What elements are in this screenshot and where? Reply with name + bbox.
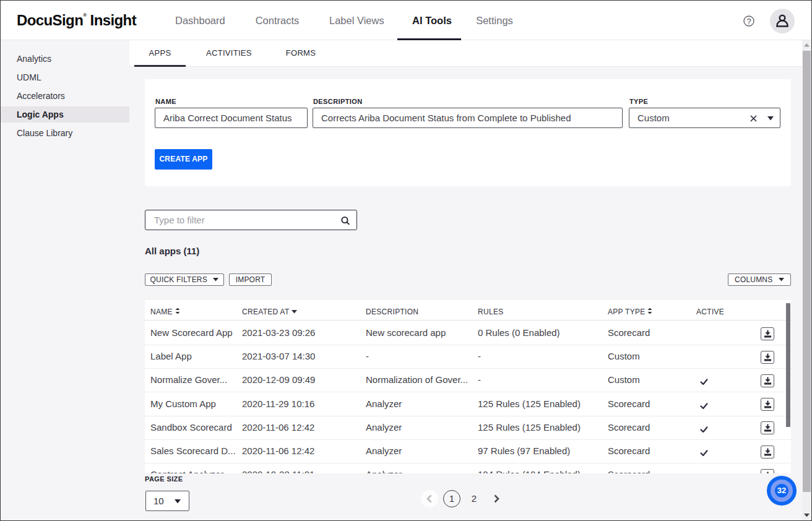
svg-text:?: ?: [746, 17, 751, 26]
